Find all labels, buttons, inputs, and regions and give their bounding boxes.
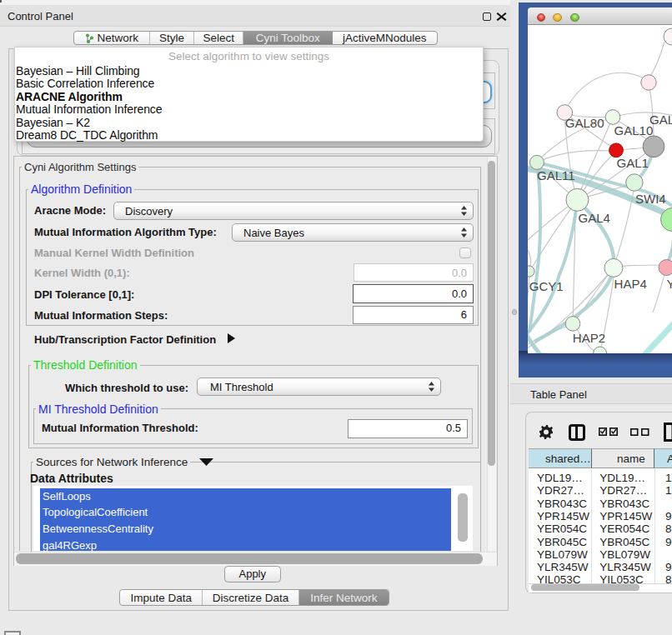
svg-text:GAL10: GAL10 xyxy=(614,123,654,138)
svg-text:YEL0: YEL0 xyxy=(666,277,672,291)
svg-text:GAL11: GAL11 xyxy=(537,168,575,182)
svg-text:GAL80: GAL80 xyxy=(565,116,604,130)
svg-text:GAL4: GAL4 xyxy=(579,211,610,225)
svg-text:HAP2: HAP2 xyxy=(573,331,605,345)
svg-text:SWI4: SWI4 xyxy=(635,192,666,206)
svg-text:GAL1: GAL1 xyxy=(617,156,649,170)
svg-text:GCY1: GCY1 xyxy=(529,279,564,293)
svg-text:HAP4: HAP4 xyxy=(614,277,647,291)
